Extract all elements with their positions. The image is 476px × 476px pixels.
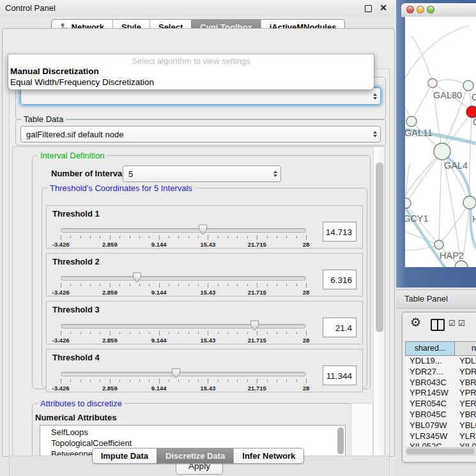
threshold-value-field[interactable]: 6.316: [323, 270, 357, 289]
attribute-item-selfloops[interactable]: SelfLoops: [40, 427, 345, 438]
horizontal-scrollbar-thumb[interactable]: [406, 449, 475, 454]
tick-mark: [296, 380, 297, 382]
tick-mark: [208, 379, 208, 383]
tick-mark: [247, 284, 248, 286]
cell-name: YER0: [459, 399, 476, 410]
network-graph[interactable]: GAL80GACGAL11GAL4GCY1HHAP2: [405, 17, 476, 267]
table-row[interactable]: YDL19...YDL1: [405, 356, 476, 367]
checkbox-icon[interactable]: ☑: [449, 319, 456, 327]
network-edge[interactable]: [411, 83, 433, 121]
cell-shared-name: YLR345W: [410, 431, 447, 442]
columns-icon[interactable]: [431, 319, 445, 331]
cell-name: YDR2: [459, 367, 476, 378]
tab-discretize-data[interactable]: Discretize Data: [157, 449, 233, 463]
network-node-gal80[interactable]: [428, 79, 437, 88]
column-header-shared[interactable]: shared...: [405, 341, 455, 356]
table-row[interactable]: YBR045CYBR0: [405, 410, 476, 420]
tick-mark: [169, 332, 169, 334]
network-node-gal4[interactable]: [434, 143, 450, 160]
node-label: HAP2: [440, 250, 464, 261]
slider-track[interactable]: [61, 276, 306, 280]
vertical-scrollbar-thumb[interactable]: [376, 162, 383, 332]
tick-mark: [90, 332, 91, 334]
network-edge[interactable]: [406, 151, 442, 203]
tick-mark: [61, 283, 61, 288]
zoom-traffic-light-icon[interactable]: [427, 6, 434, 13]
network-node-ga[interactable]: [463, 81, 473, 91]
tab-infer-network[interactable]: Infer Network: [233, 449, 303, 463]
network-edge[interactable]: [405, 26, 469, 78]
network-edge[interactable]: [439, 151, 442, 245]
slider-thumb[interactable]: [198, 224, 208, 235]
tab-impute-data[interactable]: Impute Data: [93, 449, 157, 463]
horizontal-scrollbar-track[interactable]: [405, 447, 476, 456]
tick-mark: [169, 284, 169, 286]
tick-mark: [70, 284, 71, 286]
tick-mark: [100, 236, 100, 238]
column-header-name[interactable]: name: [454, 341, 476, 356]
settings-scroll-pane: Interval Definition Number of Intervals …: [12, 146, 385, 456]
tick-mark: [188, 380, 189, 382]
slider-ticks: -3.4262.8599.14415.4321.71528: [61, 235, 306, 249]
network-window-frame[interactable]: GAL80GACGAL11GAL4GCY1HHAP2: [396, 0, 476, 288]
number-of-intervals-combo[interactable]: 5: [123, 165, 281, 182]
slider-thumb[interactable]: [250, 320, 259, 331]
table-row[interactable]: YIL052CYIL0: [405, 441, 476, 447]
network-edge[interactable]: [439, 203, 470, 245]
network-edge[interactable]: [411, 36, 433, 83]
vertical-scrollbar-track[interactable]: [373, 147, 385, 456]
cell-shared-name: YBL079W: [410, 420, 447, 431]
tick-mark: [159, 379, 160, 383]
network-node-gal11[interactable]: [406, 116, 417, 127]
network-node-gcy1[interactable]: [405, 198, 411, 208]
tick-mark: [159, 283, 160, 288]
table-row[interactable]: YBL079WYBL0: [405, 420, 476, 431]
slider-ticks: -3.4262.8599.14415.4321.71528: [61, 331, 306, 345]
threshold-value-field[interactable]: 11.344: [323, 365, 357, 385]
network-window-titlebar[interactable]: [401, 3, 476, 17]
float-window-icon[interactable]: [365, 5, 372, 12]
popup-item-equal-width-frequency-discretization[interactable]: Equal Width/Frequency Discretization: [8, 77, 374, 88]
network-node-hap2[interactable]: [434, 240, 443, 249]
minimize-traffic-light-icon[interactable]: [417, 6, 424, 13]
slider-thumb[interactable]: [132, 272, 142, 283]
tick-mark: [277, 380, 277, 382]
tick-mark: [218, 236, 219, 238]
table-row[interactable]: YLR345WYLR3: [405, 431, 476, 442]
table-row[interactable]: YDR27...YDR2: [405, 367, 476, 378]
tick-mark: [70, 380, 71, 382]
tick-label: 28: [303, 385, 310, 392]
attribute-item-topologicalcoefficient[interactable]: TopologicalCoefficient: [40, 438, 345, 449]
checkbox-icon[interactable]: ☑: [458, 319, 465, 327]
table-data-combo[interactable]: galFiltered.sif default node: [20, 126, 381, 142]
tick-mark: [178, 284, 179, 286]
slider-track[interactable]: [61, 324, 306, 328]
popup-item-manual-discretization[interactable]: Manual Discretization: [8, 66, 374, 77]
table-row[interactable]: YBR043CYBR0: [405, 378, 476, 388]
tick-mark: [70, 332, 71, 334]
close-traffic-light-icon[interactable]: [406, 6, 414, 13]
tick-mark: [149, 332, 150, 334]
tick-mark: [208, 331, 208, 335]
tick-mark: [218, 332, 219, 334]
network-canvas[interactable]: GAL80GACGAL11GAL4GCY1HHAP2: [405, 17, 476, 267]
node-label: GA: [472, 92, 476, 102]
slider-track[interactable]: [61, 228, 306, 233]
slider-track[interactable]: [61, 372, 306, 376]
table-row[interactable]: YER054CYER0: [405, 399, 476, 410]
tick-mark: [61, 379, 61, 383]
threshold-value-field[interactable]: 21.4: [323, 318, 357, 337]
algorithm-combo[interactable]: [20, 88, 381, 105]
table-row[interactable]: YPR145WYPR1: [405, 388, 476, 399]
slider-thumb[interactable]: [171, 368, 181, 379]
gear-icon[interactable]: ⚙: [410, 316, 421, 328]
tick-mark: [267, 236, 268, 238]
table-panel-title: Table Panel: [404, 290, 448, 308]
threshold-value-field[interactable]: 14.713: [323, 222, 357, 242]
slider-ticks: -3.4262.8599.14415.4321.71528: [61, 379, 306, 393]
close-icon[interactable]: ✕: [380, 3, 387, 13]
network-node-h[interactable]: [463, 196, 476, 209]
network-node-c[interactable]: [466, 106, 476, 118]
network-node[interactable]: [455, 261, 468, 267]
tick-mark: [198, 380, 199, 382]
